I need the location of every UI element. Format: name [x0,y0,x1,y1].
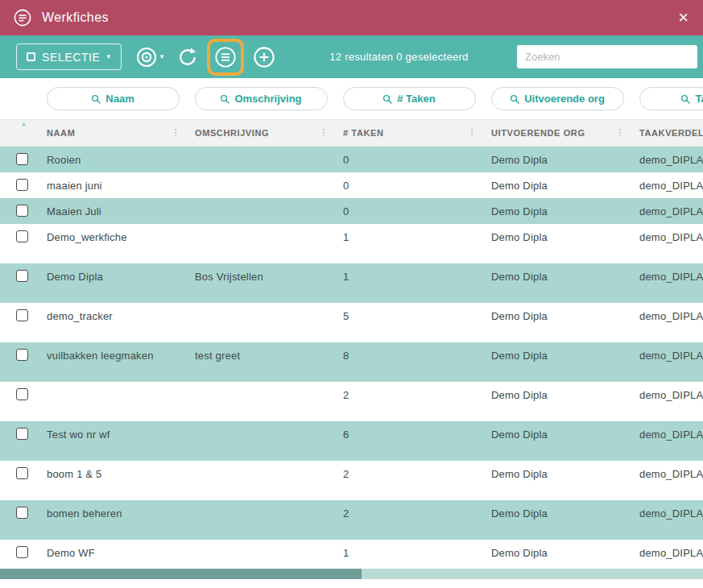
list-circle-icon [13,8,32,27]
results-count: 12 resultaten 0 geselecteerd [329,51,468,63]
row-checkbox[interactable] [16,428,28,440]
cell-taken: 5 [335,303,483,322]
cell-taken: 0 [335,172,483,192]
sort-asc-icon[interactable]: ▲ [21,121,27,126]
filter-naam-button[interactable]: Naam [47,87,180,110]
checkbox-cell [0,500,39,519]
cell-taakverdeling: demo_DIPLA_ [631,147,703,166]
table-row[interactable]: Demo WF 1 Demo Dipla demo_DIPLA_ [0,540,703,569]
search-icon [510,94,519,104]
close-icon[interactable]: × [678,9,689,27]
checkbox-cell [0,224,39,242]
selectie-label: SELECTIE [42,51,101,64]
cell-taakverdeling: demo_DIPLA_ [631,421,703,441]
view-options-button[interactable]: ▾ [134,45,164,69]
cell-omschrijving [187,500,335,507]
cell-uitvoerende-org: Demo Dipla [483,461,631,480]
cell-taakverdeling: demo_DIPLA_ [631,342,703,362]
cell-omschrijving [187,540,335,547]
row-number-column-header: ▲ [0,120,39,146]
checkbox-cell [0,303,39,321]
column-header-label: OMSCHRIJVING [195,128,269,138]
cell-uitvoerende-org: Demo Dipla [483,421,631,441]
cell-omschrijving: test greet [187,342,335,362]
column-header-omschrijving[interactable]: OMSCHRIJVING ⋮ [187,120,335,146]
checkbox-square-icon [27,52,35,61]
row-checkbox[interactable] [16,270,28,282]
horizontal-scrollbar[interactable] [0,569,703,579]
werkfiches-window: Werkfiches × SELECTIE ▾ ▾ [0,0,703,579]
column-separator-icon: ⋮ [467,127,477,138]
cell-naam: demo_tracker [39,303,187,322]
row-checkbox[interactable] [16,309,28,321]
row-checkbox[interactable] [16,467,28,479]
add-button[interactable] [252,45,276,69]
row-checkbox[interactable] [16,205,28,217]
cell-taken: 1 [335,224,483,243]
search-icon [220,94,230,104]
row-checkbox[interactable] [16,179,28,191]
table-row[interactable]: Demo_werkfiche 1 Demo Dipla demo_DIPLA_ [0,224,703,263]
cell-omschrijving [187,461,335,468]
chevron-down-icon: ▾ [107,53,111,60]
checkbox-cell [0,342,39,361]
column-header-label: NAAM [47,128,75,138]
cell-naam: Test wo nr wf [39,421,187,441]
cell-naam: Demo WF [39,540,187,559]
cell-taken: 0 [335,198,483,217]
table-row[interactable]: maaien juni 0 Demo Dipla demo_DIPLA_ [0,172,703,198]
filter-omschrijving-button[interactable]: Omschrijving [195,87,328,110]
table-row[interactable]: 2 Demo Dipla demo_DIPLA_ [0,382,703,421]
cell-taakverdeling: demo_DIPLA_ [631,461,703,480]
checkbox-cell [0,382,39,400]
table-row[interactable]: boom 1 & 5 2 Demo Dipla demo_DIPLA_ [0,461,703,500]
table-row[interactable]: vuilbakken leegmaken test greet 8 Demo D… [0,342,703,382]
table-row[interactable]: Maaien Juli 0 Demo Dipla demo_DIPLA_ [0,198,703,224]
cell-uitvoerende-org: Demo Dipla [483,500,631,520]
cell-uitvoerende-org: Demo Dipla [483,224,631,243]
row-checkbox[interactable] [16,349,28,361]
cell-uitvoerende-org: Demo Dipla [483,382,631,401]
filter-label: Taakve [695,93,703,105]
table-row[interactable]: demo_tracker 5 Demo Dipla demo_DIPLA_ [0,303,703,342]
horizontal-scrollbar-thumb[interactable] [0,569,362,579]
column-header-taakverdeling[interactable]: TAAKVERDEL [631,120,703,146]
cell-naam: boom 1 & 5 [39,461,187,480]
row-checkbox[interactable] [16,507,28,519]
filter-uitvoerende-org-button[interactable]: Uitvoerende org [491,87,624,110]
cell-taakverdeling: demo_DIPLA_ [631,172,703,192]
filter-taakverdeling-button[interactable]: Taakve [639,87,703,110]
table-row[interactable]: bomen beheren 2 Demo Dipla demo_DIPLA_ [0,500,703,540]
cell-naam: Maaien Juli [39,198,187,217]
selectie-dropdown-button[interactable]: SELECTIE ▾ [16,43,122,70]
cell-taakverdeling: demo_DIPLA_ [631,303,703,322]
cell-taken: 1 [335,540,483,559]
cell-taken: 2 [335,500,483,520]
cell-taken: 2 [335,382,483,401]
cell-taken: 0 [335,147,483,166]
search-input[interactable] [517,45,697,68]
row-checkbox[interactable] [16,230,28,242]
cell-taakverdeling: demo_DIPLA_ [631,500,703,520]
table-row[interactable]: Demo Dipla Bos Vrijstellen 1 Demo Dipla … [0,263,703,303]
cell-uitvoerende-org: Demo Dipla [483,172,631,192]
table-row[interactable]: Rooien 0 Demo Dipla demo_DIPLA_ [0,147,703,172]
row-checkbox[interactable] [16,153,28,165]
checkbox-cell [0,198,39,217]
refresh-button[interactable] [176,46,199,68]
filter-taken-button[interactable]: # Taken [343,87,476,110]
row-checkbox[interactable] [16,388,28,400]
table-row[interactable]: Test wo nr wf 6 Demo Dipla demo_DIPLA_ [0,421,703,461]
checkbox-cell [0,421,39,440]
table-body: Rooien 0 Demo Dipla demo_DIPLA_ maaien j… [0,147,703,569]
column-header-naam[interactable]: NAAM ⋮ [39,120,187,146]
cell-uitvoerende-org: Demo Dipla [483,147,631,166]
list-view-button[interactable] [213,45,238,69]
column-separator-icon: ⋮ [171,127,180,138]
column-header-uitvoerende-org[interactable]: UITVOERENDE ORG ⋮ [483,120,631,146]
column-header-taken[interactable]: # TAKEN ⋮ [335,120,483,146]
row-checkbox[interactable] [16,546,28,558]
column-header-label: # TAKEN [343,128,383,138]
cell-omschrijving [187,147,335,154]
window-title: Werkfiches [42,10,109,25]
